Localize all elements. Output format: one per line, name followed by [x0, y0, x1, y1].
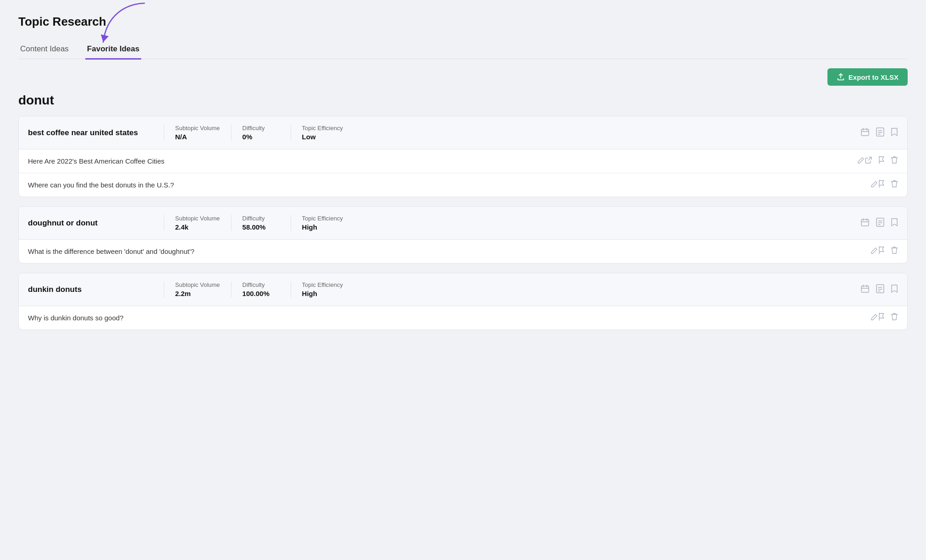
external-link-icon[interactable] — [865, 156, 872, 166]
export-button[interactable]: Export to XLSX — [827, 68, 908, 86]
delete-icon[interactable] — [891, 156, 898, 166]
svg-rect-2 — [876, 128, 884, 136]
document-icon[interactable] — [876, 127, 884, 138]
row-actions — [878, 180, 898, 190]
page-title: Topic Research — [18, 15, 908, 29]
metric-label: Difficulty — [243, 125, 280, 132]
topic-name: dunkin donuts — [28, 285, 156, 294]
metric-label: Topic Efficiency — [302, 215, 343, 222]
topic-name: doughnut or donut — [28, 219, 156, 228]
metric-value: Low — [302, 133, 343, 141]
metric-efficiency: Topic Efficiency Low — [291, 125, 354, 141]
row-actions — [878, 246, 898, 257]
topic-header: dunkin donuts Subtopic Volume 2.2m Diffi… — [19, 273, 907, 306]
document-icon[interactable] — [876, 218, 884, 228]
content-row: Here Are 2022's Best American Coffee Cit… — [19, 149, 907, 173]
metric-label: Subtopic Volume — [175, 125, 220, 132]
metric-value: 100.00% — [243, 290, 280, 297]
metric-subtopic-volume: Subtopic Volume 2.4k — [164, 215, 231, 231]
metric-efficiency: Topic Efficiency High — [291, 215, 354, 231]
flag-icon[interactable] — [878, 156, 885, 166]
toolbar: Export to XLSX — [18, 68, 908, 86]
edit-icon[interactable] — [871, 313, 878, 322]
flag-icon[interactable] — [878, 246, 885, 257]
topic-name: best coffee near united states — [28, 128, 156, 137]
metric-label: Subtopic Volume — [175, 281, 220, 288]
metric-subtopic-volume: Subtopic Volume 2.2m — [164, 281, 231, 297]
content-row: Where can you find the best donuts in th… — [19, 173, 907, 197]
topic-header-actions — [860, 284, 898, 295]
flag-icon[interactable] — [878, 180, 885, 190]
metric-value: 0% — [243, 133, 280, 141]
edit-icon[interactable] — [871, 247, 878, 256]
row-actions — [865, 156, 898, 166]
metric-label: Difficulty — [243, 281, 280, 288]
metric-label: Topic Efficiency — [302, 281, 343, 288]
metric-value: 2.2m — [175, 290, 220, 297]
svg-rect-3 — [861, 220, 869, 226]
content-text: Where can you find the best donuts in th… — [28, 181, 867, 189]
calendar-icon[interactable] — [860, 127, 870, 138]
svg-rect-5 — [861, 286, 869, 292]
metric-efficiency: Topic Efficiency High — [291, 281, 354, 297]
upload-icon — [837, 73, 845, 81]
edit-icon[interactable] — [857, 157, 865, 165]
flag-icon[interactable] — [878, 313, 885, 323]
search-keyword: donut — [18, 93, 908, 108]
export-button-label: Export to XLSX — [849, 73, 898, 81]
topic-header: best coffee near united states Subtopic … — [19, 116, 907, 149]
metric-value: High — [302, 290, 343, 297]
topics-list: best coffee near united states Subtopic … — [18, 116, 908, 330]
delete-icon[interactable] — [891, 180, 898, 190]
metric-subtopic-volume: Subtopic Volume N/A — [164, 125, 231, 141]
topic-card: dunkin donuts Subtopic Volume 2.2m Diffi… — [18, 273, 908, 330]
topic-header: doughnut or donut Subtopic Volume 2.4k D… — [19, 207, 907, 240]
svg-rect-6 — [876, 285, 884, 293]
content-text: Here Are 2022's Best American Coffee Cit… — [28, 157, 854, 165]
delete-icon[interactable] — [891, 246, 898, 257]
topic-header-actions — [860, 127, 898, 138]
svg-rect-4 — [876, 218, 884, 226]
edit-icon[interactable] — [871, 181, 878, 189]
bookmark-icon[interactable] — [891, 127, 898, 138]
content-row: Why is dunkin donuts so good? — [19, 306, 907, 329]
metric-difficulty: Difficulty 0% — [231, 125, 291, 141]
metric-value: 2.4k — [175, 223, 220, 231]
calendar-icon[interactable] — [860, 218, 870, 228]
metric-value: High — [302, 223, 343, 231]
calendar-icon[interactable] — [860, 284, 870, 295]
row-actions — [878, 313, 898, 323]
metric-value: N/A — [175, 133, 220, 141]
content-row: What is the difference between 'donut' a… — [19, 240, 907, 263]
tab-content-ideas[interactable]: Content Ideas — [18, 41, 71, 60]
metric-difficulty: Difficulty 100.00% — [231, 281, 291, 297]
bookmark-icon[interactable] — [891, 218, 898, 228]
content-text: What is the difference between 'donut' a… — [28, 247, 867, 255]
metric-difficulty: Difficulty 58.00% — [231, 215, 291, 231]
topic-header-actions — [860, 218, 898, 228]
metric-label: Topic Efficiency — [302, 125, 343, 132]
metric-label: Difficulty — [243, 215, 280, 222]
content-text: Why is dunkin donuts so good? — [28, 314, 867, 322]
svg-rect-1 — [861, 129, 869, 136]
topic-card: doughnut or donut Subtopic Volume 2.4k D… — [18, 206, 908, 264]
topic-card: best coffee near united states Subtopic … — [18, 116, 908, 197]
metric-value: 58.00% — [243, 223, 280, 231]
metric-label: Subtopic Volume — [175, 215, 220, 222]
delete-icon[interactable] — [891, 313, 898, 323]
tabs-navigation: Content Ideas Favorite Ideas — [18, 40, 908, 59]
document-icon[interactable] — [876, 284, 884, 295]
bookmark-icon[interactable] — [891, 284, 898, 295]
tab-favorite-ideas[interactable]: Favorite Ideas — [85, 41, 141, 60]
